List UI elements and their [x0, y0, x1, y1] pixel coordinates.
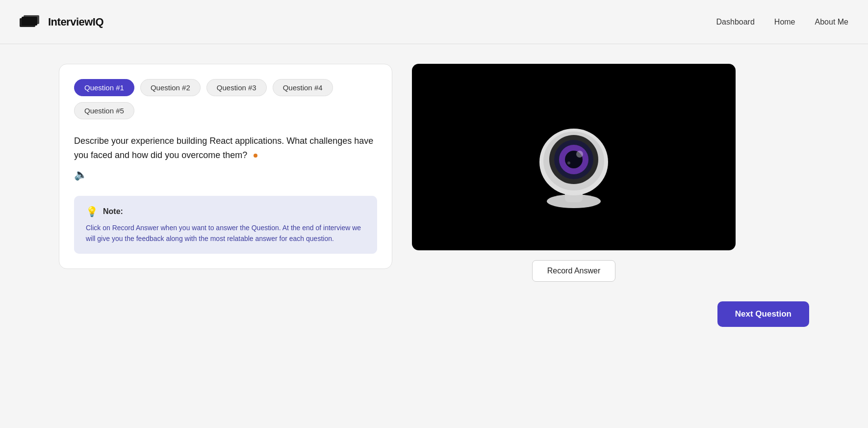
logo-icon [20, 14, 43, 30]
orange-dot-indicator [254, 154, 257, 158]
record-answer-button[interactable]: Record Answer [532, 260, 616, 282]
svg-point-12 [567, 161, 570, 164]
note-body: Click on Record Answer when you want to … [86, 222, 365, 244]
main-nav: Dashboard Home About Me [716, 18, 848, 27]
note-header: 💡 Note: [86, 206, 365, 217]
question-tabs: Question #1 Question #2 Question #3 Ques… [74, 79, 377, 119]
tab-question-2[interactable]: Question #2 [140, 79, 201, 96]
main-content: Question #1 Question #2 Question #3 Ques… [0, 44, 868, 301]
next-button-container: Next Question [0, 301, 868, 342]
lightbulb-icon: 💡 [86, 206, 98, 217]
tab-question-3[interactable]: Question #3 [206, 79, 267, 96]
nav-dashboard[interactable]: Dashboard [716, 18, 755, 27]
nav-about-me[interactable]: About Me [815, 18, 848, 27]
header: InterviewIQ Dashboard Home About Me [0, 0, 868, 44]
note-box: 💡 Note: Click on Record Answer when you … [74, 196, 377, 254]
tab-question-5[interactable]: Question #5 [74, 102, 134, 119]
logo-area: InterviewIQ [20, 14, 103, 30]
svg-rect-2 [22, 17, 37, 26]
right-panel: Record Answer [412, 64, 736, 282]
speaker-icon[interactable]: 🔈 [74, 168, 377, 181]
svg-point-11 [576, 151, 583, 158]
question-text: Describe your experience building React … [74, 134, 377, 162]
logo-text: InterviewIQ [48, 16, 103, 28]
next-question-button[interactable]: Next Question [717, 301, 809, 327]
tab-question-1[interactable]: Question #1 [74, 79, 134, 96]
tab-question-4[interactable]: Question #4 [273, 79, 333, 96]
webcam-illustration [525, 103, 623, 211]
webcam-view [412, 64, 736, 250]
left-panel: Question #1 Question #2 Question #3 Ques… [59, 64, 392, 269]
nav-home[interactable]: Home [774, 18, 795, 27]
question-body: Describe your experience building React … [74, 136, 373, 160]
note-title: Note: [103, 207, 123, 216]
